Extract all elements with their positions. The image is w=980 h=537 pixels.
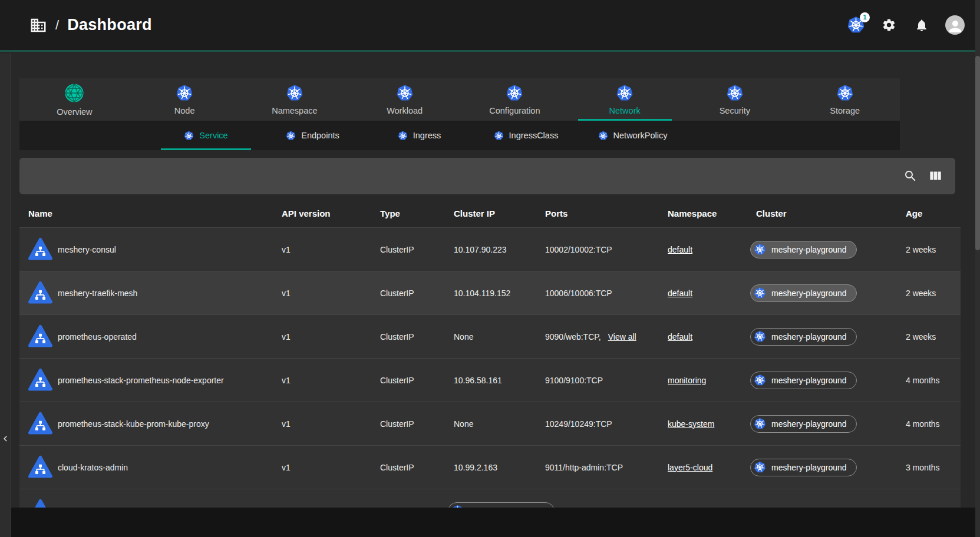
bottom-strip (0, 508, 980, 537)
cluster-chip[interactable]: meshery-playground (750, 372, 857, 389)
type-cell: ClusterIP (380, 419, 454, 429)
view-all-link[interactable]: View all (608, 332, 636, 342)
tab-label: Configuration (489, 106, 540, 115)
user-avatar[interactable] (945, 15, 965, 35)
ports-value: 10002/10002:TCP (545, 245, 612, 254)
kubernetes-icon (598, 131, 608, 141)
subtab-ingressclass[interactable]: IngressClass (473, 121, 579, 150)
service-name: meshery-traefik-mesh (58, 289, 137, 298)
chevron-left-icon[interactable] (1, 432, 10, 446)
bell-icon (915, 18, 929, 32)
cluster-ip-cell: 10.96.58.161 (454, 376, 545, 385)
search-button[interactable] (903, 168, 918, 184)
tab-namespace[interactable]: Namespace (240, 78, 350, 121)
cluster-chip[interactable]: meshery-playground (750, 328, 857, 346)
cluster-chip[interactable]: meshery-playground (750, 459, 857, 476)
ports-value: 9090/web:TCP, (545, 332, 601, 342)
ports-cell: 9100/9100:TCP (545, 376, 668, 385)
tab-label: Overview (57, 107, 92, 117)
kubernetes-icon (754, 243, 766, 256)
tab-label: Storage (830, 106, 860, 115)
cluster-cell: meshery-playground (756, 241, 906, 258)
table-toolbar (19, 158, 955, 194)
cluster-cell: meshery-playground (756, 415, 906, 433)
subtab-ingress[interactable]: Ingress (366, 121, 473, 150)
scrollbar-thumb[interactable] (975, 56, 980, 250)
tab-configuration[interactable]: Configuration (460, 78, 570, 121)
tab-node[interactable]: Node (130, 78, 240, 121)
kubernetes-icon (176, 84, 193, 102)
tab-storage[interactable]: Storage (790, 78, 900, 121)
table-row[interactable]: prometheus-stack-kube-prom-kube-proxy v1… (19, 402, 961, 445)
cluster-name: meshery-playground (771, 376, 847, 385)
age-cell: 2 weeks (906, 245, 961, 254)
ports-cell: 10249/10249:TCP (545, 419, 668, 429)
namespace-link[interactable]: layer5-cloud (668, 463, 712, 472)
service-icon (28, 281, 52, 305)
tab-workload[interactable]: Workload (349, 78, 460, 121)
namespace-link[interactable]: default (668, 245, 692, 254)
table-row[interactable]: meshery-traefik-mesh v1 ClusterIP 10.104… (19, 271, 961, 314)
namespace-cell: default (668, 245, 756, 254)
cluster-chip[interactable]: meshery-playground (750, 284, 857, 302)
page-title: Dashboard (67, 16, 152, 34)
namespace-link[interactable]: default (668, 332, 692, 342)
table-row[interactable]: meshery-consul v1 ClusterIP 10.107.90.22… (19, 227, 961, 271)
sidebar-rail (0, 54, 11, 537)
table-row[interactable]: prometheus-operated v1 ClusterIP None 90… (19, 314, 961, 358)
breadcrumb: / Dashboard (29, 16, 152, 34)
namespace-cell: monitoring (668, 376, 756, 385)
cluster-cell: meshery-playground (756, 372, 906, 389)
cluster-ip-cell: 10.99.2.163 (454, 463, 545, 472)
subtab-label: Endpoints (301, 131, 339, 140)
service-icon (28, 237, 52, 261)
namespace-cell: default (668, 332, 756, 342)
tab-label: Network (609, 106, 641, 115)
settings-button[interactable] (879, 16, 898, 35)
tab-label: Node (174, 106, 195, 115)
table-header-row: NameAPI versionTypeCluster IPPortsNamesp… (19, 199, 961, 227)
namespace-link[interactable]: kube-system (668, 419, 714, 429)
table-row[interactable]: meshery meshery-playground (19, 489, 961, 508)
kubernetes-context-button[interactable]: 1 (846, 16, 865, 35)
cluster-cell: meshery-playground (756, 284, 906, 302)
cluster-chip[interactable]: meshery-playground (750, 415, 857, 433)
subtab-endpoints[interactable]: Endpoints (259, 121, 366, 150)
notifications-button[interactable] (912, 16, 931, 35)
kubernetes-icon (494, 131, 504, 141)
subtab-label: NetworkPolicy (613, 131, 668, 140)
cluster-name: meshery-playground (771, 463, 847, 472)
subtab-networkpolicy[interactable]: NetworkPolicy (579, 121, 686, 150)
cluster-chip[interactable]: meshery-playground (448, 502, 555, 508)
column-header: Namespace (668, 208, 756, 218)
column-header: Cluster IP (454, 208, 545, 218)
table-row[interactable]: prometheus-stack-prometheus-node-exporte… (19, 358, 961, 402)
service-icon (28, 324, 52, 349)
cluster-chip[interactable]: meshery-playground (750, 241, 857, 258)
table-row[interactable]: cloud-kratos-admin v1 ClusterIP 10.99.2.… (19, 445, 961, 489)
column-header: Cluster (756, 208, 906, 218)
api-version-cell: v1 (282, 376, 380, 385)
cluster-ip-cell: None (454, 332, 545, 342)
service-name: meshery-consul (58, 245, 116, 254)
cluster-ip-cell: 10.107.90.223 (454, 245, 545, 254)
service-name: prometheus-stack-kube-prom-kube-proxy (58, 419, 209, 429)
column-header: Name (19, 208, 282, 218)
tab-overview[interactable]: Overview (19, 78, 130, 121)
type-cell: ClusterIP (380, 245, 454, 254)
column-header: Type (380, 208, 454, 218)
subtab-service[interactable]: Service (153, 121, 259, 150)
namespace-link[interactable]: monitoring (668, 376, 706, 385)
type-cell: ClusterIP (380, 376, 454, 385)
services-table: NameAPI versionTypeCluster IPPortsNamesp… (19, 199, 961, 508)
namespace-link[interactable]: default (668, 289, 692, 298)
subtab-label: Ingress (413, 131, 441, 140)
tab-network[interactable]: Network (570, 78, 680, 121)
tab-security[interactable]: Security (680, 78, 790, 121)
view-columns-button[interactable] (928, 168, 943, 184)
primary-tabs: Overview Node Namespace Workload Configu… (19, 78, 900, 121)
building-icon (29, 16, 47, 34)
service-icon (28, 412, 52, 436)
age-cell: 3 months (906, 463, 961, 472)
header-bar: / Dashboard 1 (0, 0, 980, 52)
